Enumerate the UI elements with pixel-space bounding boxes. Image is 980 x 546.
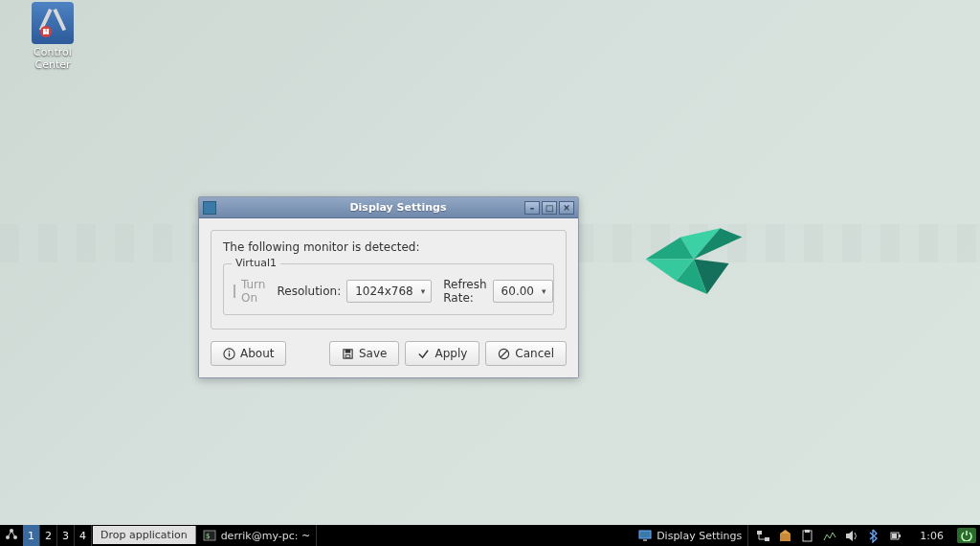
desktop-icon-label: Control Center (14, 46, 91, 71)
volume-icon[interactable] (844, 529, 858, 543)
updates-icon[interactable] (778, 529, 792, 543)
detection-message: The following monitor is detected: (223, 240, 554, 254)
svg-rect-39 (892, 534, 897, 538)
wallpaper-bird (641, 211, 746, 316)
taskbar-item-terminal-label: derrik@my-pc: ~ (221, 530, 310, 542)
workspace-2[interactable]: 2 (40, 525, 57, 546)
cancel-button[interactable]: Cancel (485, 341, 567, 366)
window-title: Display Settings (274, 201, 523, 214)
logout-button[interactable] (953, 525, 980, 546)
svg-rect-29 (765, 537, 769, 541)
svg-rect-35 (805, 530, 810, 533)
titlebar[interactable]: Display Settings – □ ✕ (199, 197, 578, 218)
svg-marker-36 (846, 531, 853, 541)
svg-rect-7 (53, 9, 66, 31)
svg-point-12 (229, 350, 231, 352)
desktop-icon-control-center[interactable]: ! Control Center (14, 2, 91, 71)
cancel-label: Cancel (515, 347, 554, 360)
taskbar-item-terminal[interactable]: $ derrik@my-pc: ~ (197, 525, 317, 546)
save-button[interactable]: Save (329, 341, 399, 366)
svg-rect-26 (639, 531, 651, 538)
chevron-down-icon: ▾ (421, 286, 426, 296)
workspace-1[interactable]: 1 (23, 525, 40, 546)
svg-rect-28 (757, 531, 762, 535)
menu-icon (4, 528, 19, 543)
taskbar-item-display-settings[interactable]: Display Settings (633, 525, 748, 546)
clock[interactable]: 1:06 (910, 525, 953, 546)
svg-line-23 (11, 531, 15, 537)
control-center-icon: ! (32, 2, 74, 44)
bluetooth-icon[interactable] (866, 529, 880, 543)
about-label: About (240, 347, 274, 360)
window-body: The following monitor is detected: Virtu… (199, 218, 578, 377)
svg-rect-15 (345, 349, 351, 353)
svg-rect-32 (780, 534, 791, 541)
svg-rect-38 (899, 535, 901, 537)
display-settings-window: Display Settings – □ ✕ The following mon… (198, 196, 579, 378)
monitor-fieldset: Virtual1 Turn On Resolution: 1024x768 ▾ … (223, 263, 554, 315)
turn-on-label: Turn On (241, 278, 265, 305)
clipboard-icon[interactable] (800, 529, 814, 543)
menu-button[interactable] (0, 525, 23, 546)
about-button[interactable]: About (211, 341, 286, 366)
resolution-label: Resolution: (277, 284, 341, 298)
window-app-icon (203, 201, 216, 215)
refresh-rate-combo[interactable]: 60.00 ▾ (493, 280, 553, 303)
save-icon (342, 348, 354, 360)
refresh-rate-value: 60.00 (501, 284, 534, 298)
drop-application-area[interactable]: Drop application (93, 526, 196, 544)
svg-rect-13 (229, 353, 230, 356)
chevron-down-icon: ▾ (542, 286, 546, 296)
window-close-button[interactable]: ✕ (559, 201, 574, 215)
terminal-icon: $ (203, 529, 216, 542)
display-icon (638, 529, 652, 542)
resolution-combo[interactable]: 1024x768 ▾ (346, 280, 432, 303)
svg-text:$: $ (206, 533, 210, 540)
power-icon[interactable] (888, 529, 902, 543)
apply-label: Apply (434, 347, 467, 360)
apply-button[interactable]: Apply (405, 341, 479, 366)
save-label: Save (359, 347, 387, 360)
resolution-value: 1024x768 (355, 284, 413, 298)
svg-text:!: ! (44, 28, 47, 36)
taskbar: 1 2 3 4 Drop application $ derrik@my-pc:… (0, 525, 980, 546)
info-icon (223, 348, 235, 360)
cancel-icon (498, 348, 510, 360)
window-maximize-button[interactable]: □ (542, 201, 557, 215)
network-icon[interactable] (756, 529, 770, 543)
window-minimize-button[interactable]: – (524, 201, 540, 215)
turn-on-checkbox[interactable] (234, 284, 235, 298)
taskbar-spacer (317, 525, 633, 546)
system-tray (748, 525, 910, 546)
svg-line-22 (8, 531, 11, 537)
network-manager-icon[interactable] (822, 529, 836, 543)
taskbar-item-display-label: Display Settings (657, 530, 742, 542)
svg-line-18 (501, 351, 508, 357)
logout-icon (957, 528, 976, 543)
workspace-4[interactable]: 4 (75, 525, 92, 546)
workspace-3[interactable]: 3 (57, 525, 75, 546)
monitor-frame: The following monitor is detected: Virtu… (211, 230, 567, 330)
monitor-name: Virtual1 (232, 257, 280, 269)
svg-marker-33 (780, 530, 791, 534)
refresh-rate-label: Refresh Rate: (443, 278, 486, 305)
svg-rect-16 (345, 354, 350, 357)
svg-rect-27 (643, 539, 647, 541)
check-icon (417, 348, 430, 360)
